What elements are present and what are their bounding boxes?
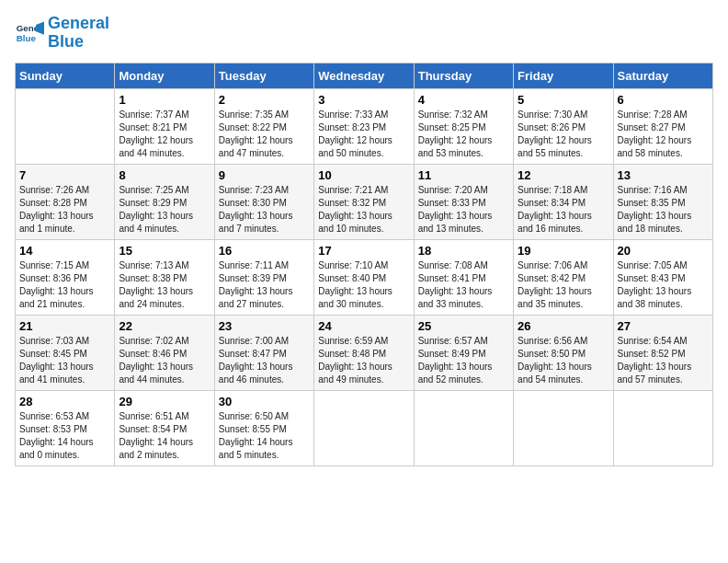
day-number: 19 xyxy=(518,244,609,258)
calendar-cell: 11Sunrise: 7:20 AMSunset: 8:33 PMDayligh… xyxy=(414,164,513,239)
logo-icon: General Blue xyxy=(15,18,44,48)
day-info: Sunrise: 6:56 AMSunset: 8:50 PMDaylight:… xyxy=(518,335,609,386)
day-info: Sunrise: 6:50 AMSunset: 8:55 PMDaylight:… xyxy=(219,410,310,462)
day-info: Sunrise: 7:37 AMSunset: 8:21 PMDaylight:… xyxy=(119,109,210,160)
day-info: Sunrise: 7:28 AMSunset: 8:27 PMDaylight:… xyxy=(618,109,709,160)
day-number: 27 xyxy=(618,319,709,333)
day-info: Sunrise: 7:02 AMSunset: 8:46 PMDaylight:… xyxy=(119,335,210,386)
day-info: Sunrise: 7:10 AMSunset: 8:40 PMDaylight:… xyxy=(318,259,409,311)
day-info: Sunrise: 6:57 AMSunset: 8:49 PMDaylight:… xyxy=(418,335,509,386)
calendar-cell: 25Sunrise: 6:57 AMSunset: 8:49 PMDayligh… xyxy=(414,315,513,390)
day-info: Sunrise: 7:05 AMSunset: 8:43 PMDaylight:… xyxy=(618,259,709,311)
day-number: 26 xyxy=(518,319,609,333)
day-number: 5 xyxy=(518,93,609,107)
day-info: Sunrise: 7:03 AMSunset: 8:45 PMDaylight:… xyxy=(19,335,110,386)
col-header-wednesday: Wednesday xyxy=(314,63,414,88)
day-info: Sunrise: 7:21 AMSunset: 8:32 PMDaylight:… xyxy=(318,184,409,236)
day-info: Sunrise: 7:25 AMSunset: 8:29 PMDaylight:… xyxy=(119,184,210,236)
calendar-cell: 19Sunrise: 7:06 AMSunset: 8:42 PMDayligh… xyxy=(514,239,613,315)
day-number: 4 xyxy=(418,93,509,107)
day-info: Sunrise: 7:23 AMSunset: 8:30 PMDaylight:… xyxy=(219,184,310,236)
calendar-cell: 2Sunrise: 7:35 AMSunset: 8:22 PMDaylight… xyxy=(214,88,313,164)
calendar-cell: 29Sunrise: 6:51 AMSunset: 8:54 PMDayligh… xyxy=(115,390,214,465)
svg-text:Blue: Blue xyxy=(17,33,37,43)
calendar-cell: 6Sunrise: 7:28 AMSunset: 8:27 PMDaylight… xyxy=(613,88,712,164)
day-number: 8 xyxy=(119,168,210,182)
day-number: 6 xyxy=(618,93,709,107)
calendar-cell xyxy=(613,390,712,465)
day-info: Sunrise: 7:15 AMSunset: 8:36 PMDaylight:… xyxy=(19,259,110,311)
day-number: 29 xyxy=(119,395,210,408)
calendar-cell: 4Sunrise: 7:32 AMSunset: 8:25 PMDaylight… xyxy=(414,88,513,164)
calendar-cell: 26Sunrise: 6:56 AMSunset: 8:50 PMDayligh… xyxy=(514,315,613,390)
calendar-cell xyxy=(514,390,613,465)
col-header-sunday: Sunday xyxy=(16,63,115,88)
day-number: 10 xyxy=(318,168,409,182)
day-number: 25 xyxy=(418,319,509,333)
day-number: 21 xyxy=(19,319,110,333)
day-info: Sunrise: 7:11 AMSunset: 8:39 PMDaylight:… xyxy=(219,259,310,311)
calendar-cell: 8Sunrise: 7:25 AMSunset: 8:29 PMDaylight… xyxy=(115,164,214,239)
calendar-cell: 7Sunrise: 7:26 AMSunset: 8:28 PMDaylight… xyxy=(16,164,115,239)
day-info: Sunrise: 7:20 AMSunset: 8:33 PMDaylight:… xyxy=(418,184,509,236)
calendar-cell: 18Sunrise: 7:08 AMSunset: 8:41 PMDayligh… xyxy=(414,239,513,315)
day-number: 30 xyxy=(219,395,310,408)
day-number: 22 xyxy=(119,319,210,333)
calendar-table: SundayMondayTuesdayWednesdayThursdayFrid… xyxy=(15,63,713,466)
calendar-cell: 10Sunrise: 7:21 AMSunset: 8:32 PMDayligh… xyxy=(314,164,414,239)
calendar-cell: 1Sunrise: 7:37 AMSunset: 8:21 PMDaylight… xyxy=(115,88,214,164)
day-info: Sunrise: 6:53 AMSunset: 8:53 PMDaylight:… xyxy=(19,410,110,462)
calendar-cell: 22Sunrise: 7:02 AMSunset: 8:46 PMDayligh… xyxy=(115,315,214,390)
calendar-cell xyxy=(16,88,115,164)
calendar-cell: 14Sunrise: 7:15 AMSunset: 8:36 PMDayligh… xyxy=(16,239,115,315)
day-info: Sunrise: 7:33 AMSunset: 8:23 PMDaylight:… xyxy=(318,109,409,160)
calendar-cell: 13Sunrise: 7:16 AMSunset: 8:35 PMDayligh… xyxy=(613,164,712,239)
day-info: Sunrise: 7:16 AMSunset: 8:35 PMDaylight:… xyxy=(618,184,709,236)
col-header-thursday: Thursday xyxy=(414,63,513,88)
day-number: 18 xyxy=(418,244,509,258)
day-number: 24 xyxy=(318,319,409,333)
calendar-cell: 3Sunrise: 7:33 AMSunset: 8:23 PMDaylight… xyxy=(314,88,414,164)
day-info: Sunrise: 6:54 AMSunset: 8:52 PMDaylight:… xyxy=(618,335,709,386)
col-header-tuesday: Tuesday xyxy=(214,63,313,88)
logo-text: GeneralBlue xyxy=(48,15,109,52)
day-info: Sunrise: 7:32 AMSunset: 8:25 PMDaylight:… xyxy=(418,109,509,160)
day-info: Sunrise: 7:26 AMSunset: 8:28 PMDaylight:… xyxy=(19,184,110,236)
calendar-cell: 27Sunrise: 6:54 AMSunset: 8:52 PMDayligh… xyxy=(613,315,712,390)
day-number: 12 xyxy=(518,168,609,182)
col-header-saturday: Saturday xyxy=(613,63,712,88)
calendar-cell: 21Sunrise: 7:03 AMSunset: 8:45 PMDayligh… xyxy=(16,315,115,390)
day-info: Sunrise: 6:59 AMSunset: 8:48 PMDaylight:… xyxy=(318,335,409,386)
logo: General Blue GeneralBlue xyxy=(15,15,109,52)
day-info: Sunrise: 7:00 AMSunset: 8:47 PMDaylight:… xyxy=(219,335,310,386)
day-number: 28 xyxy=(19,395,110,408)
col-header-monday: Monday xyxy=(115,63,214,88)
calendar-cell: 15Sunrise: 7:13 AMSunset: 8:38 PMDayligh… xyxy=(115,239,214,315)
day-number: 23 xyxy=(219,319,310,333)
day-info: Sunrise: 7:30 AMSunset: 8:26 PMDaylight:… xyxy=(518,109,609,160)
day-number: 16 xyxy=(219,244,310,258)
day-info: Sunrise: 7:08 AMSunset: 8:41 PMDaylight:… xyxy=(418,259,509,311)
col-header-friday: Friday xyxy=(514,63,613,88)
day-number: 14 xyxy=(19,244,110,258)
day-number: 13 xyxy=(618,168,709,182)
calendar-cell: 23Sunrise: 7:00 AMSunset: 8:47 PMDayligh… xyxy=(214,315,313,390)
day-number: 3 xyxy=(318,93,409,107)
calendar-cell: 9Sunrise: 7:23 AMSunset: 8:30 PMDaylight… xyxy=(214,164,313,239)
day-number: 7 xyxy=(19,168,110,182)
calendar-cell: 24Sunrise: 6:59 AMSunset: 8:48 PMDayligh… xyxy=(314,315,414,390)
day-number: 20 xyxy=(618,244,709,258)
calendar-cell: 5Sunrise: 7:30 AMSunset: 8:26 PMDaylight… xyxy=(514,88,613,164)
day-number: 1 xyxy=(119,93,210,107)
calendar-cell: 16Sunrise: 7:11 AMSunset: 8:39 PMDayligh… xyxy=(214,239,313,315)
day-info: Sunrise: 6:51 AMSunset: 8:54 PMDaylight:… xyxy=(119,410,210,462)
day-number: 15 xyxy=(119,244,210,258)
calendar-cell: 28Sunrise: 6:53 AMSunset: 8:53 PMDayligh… xyxy=(16,390,115,465)
calendar-cell: 17Sunrise: 7:10 AMSunset: 8:40 PMDayligh… xyxy=(314,239,414,315)
day-number: 9 xyxy=(219,168,310,182)
day-info: Sunrise: 7:18 AMSunset: 8:34 PMDaylight:… xyxy=(518,184,609,236)
page-header: General Blue GeneralBlue xyxy=(15,15,713,52)
day-info: Sunrise: 7:13 AMSunset: 8:38 PMDaylight:… xyxy=(119,259,210,311)
calendar-cell: 30Sunrise: 6:50 AMSunset: 8:55 PMDayligh… xyxy=(214,390,313,465)
calendar-cell: 12Sunrise: 7:18 AMSunset: 8:34 PMDayligh… xyxy=(514,164,613,239)
